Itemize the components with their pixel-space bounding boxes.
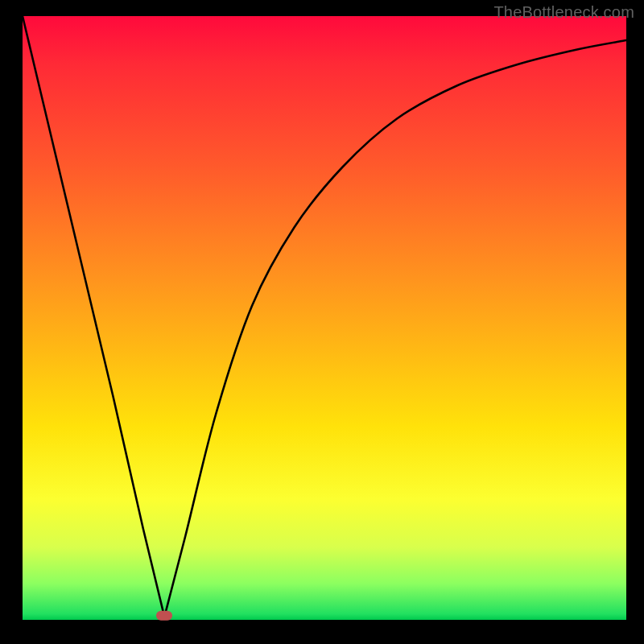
optimal-point-marker	[156, 611, 172, 621]
plot-area	[23, 16, 626, 620]
bottleneck-curve	[23, 16, 626, 617]
chart-frame: TheBottleneck.com	[0, 0, 644, 644]
curve-svg	[23, 16, 626, 620]
watermark-text: TheBottleneck.com	[493, 3, 634, 22]
